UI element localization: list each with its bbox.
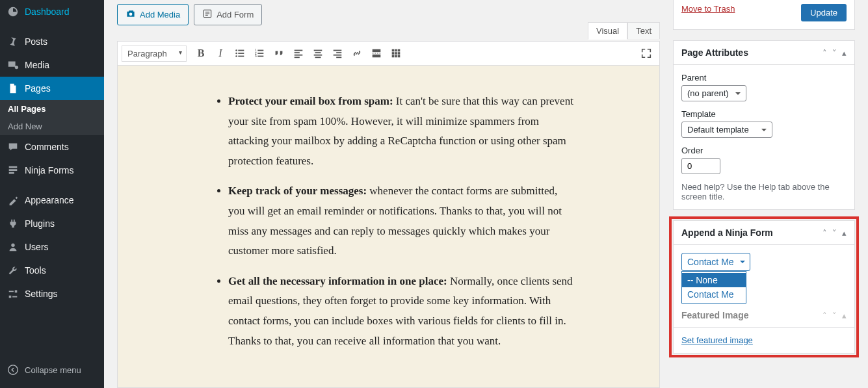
ninja-option-contact-me[interactable]: Contact Me [682,287,746,302]
svg-point-1 [11,244,14,247]
italic-button[interactable]: I [211,44,230,62]
pages-icon [7,82,20,95]
svg-rect-23 [315,52,321,53]
add-media-button[interactable]: Add Media [117,4,189,25]
users-icon [7,240,20,253]
tinymce-toolbar: Paragraph B I 123 [118,42,659,66]
editor-mode-tabs: Visual Text [588,22,660,39]
sidebar-item-pages[interactable]: Pages [0,77,104,100]
blockquote-button[interactable] [270,44,288,62]
tools-icon [7,264,20,277]
sidebar-item-label: Dashboard [25,6,70,17]
numbered-list-button[interactable]: 123 [250,44,269,62]
align-center-button[interactable] [309,44,327,62]
sidebar-item-label: Ninja Forms [25,165,73,175]
sidebar-sub-all-pages[interactable]: All Pages [0,100,104,118]
bullet-list-button[interactable] [231,44,249,62]
toggle-icon[interactable]: ▴ [842,228,847,238]
fullscreen-button[interactable] [637,44,655,62]
collapse-label: Collapse menu [25,365,81,375]
set-featured-image-link[interactable]: Set featured image [681,335,753,345]
appearance-icon [7,194,20,207]
order-input[interactable] [681,158,720,174]
svg-rect-33 [395,49,397,52]
parent-select[interactable]: (no parent) [681,85,746,101]
sidebar-item-users[interactable]: Users [0,235,104,259]
link-button[interactable] [348,44,366,62]
sidebar-sub-add-new[interactable]: Add New [0,118,104,135]
svg-rect-24 [314,55,322,56]
content-bullet: Keep track of your messages: whenever th… [228,181,575,261]
sidebar-item-label: Tools [25,265,46,276]
svg-rect-34 [398,49,401,52]
forms-icon [7,164,20,177]
chevron-down-icon[interactable]: ˅ [832,311,837,320]
sidebar-item-label: Users [25,242,49,252]
sidebar-item-label: Comments [25,142,69,152]
chevron-down-icon[interactable]: ˅ [832,228,837,238]
sidebar-item-ninja-forms[interactable]: Ninja Forms [0,159,104,182]
svg-point-6 [235,49,237,51]
format-select[interactable]: Paragraph [122,45,187,62]
svg-rect-11 [238,56,244,57]
sidebar-item-posts[interactable]: Posts [0,30,104,53]
pin-icon [7,35,20,48]
collapse-menu[interactable]: Collapse menu [0,358,104,382]
svg-point-4 [132,10,133,12]
chevron-up-icon[interactable]: ˄ [822,311,827,320]
chevron-down-icon[interactable]: ˅ [832,48,837,58]
read-more-button[interactable] [367,44,386,62]
svg-rect-28 [334,55,342,56]
sidebar-item-settings[interactable]: Settings [0,282,104,305]
toggle-icon[interactable]: ▴ [842,311,847,320]
ninja-option-none[interactable]: -- None [682,273,746,287]
sidebar-item-plugins[interactable]: Plugins [0,212,104,235]
ninja-form-select[interactable]: Contact Me [681,253,750,271]
plugin-icon [7,217,20,230]
featured-image-title: Featured Image [681,310,748,320]
metabox-title: Append a Ninja Form [681,227,773,238]
sidebar-item-tools[interactable]: Tools [0,259,104,282]
svg-rect-21 [295,57,300,58]
update-button[interactable]: Update [801,4,847,21]
svg-point-2 [8,365,18,374]
chevron-up-icon[interactable]: ˄ [822,228,827,238]
sidebar-item-dashboard[interactable]: Dashboard [0,0,104,23]
toggle-icon[interactable]: ▴ [842,48,847,58]
parent-label: Parent [681,73,847,83]
editor-content[interactable]: Protect your email box from spam: It can… [118,66,659,387]
ninja-form-select-wrap: Contact Me -- None Contact Me [681,253,750,271]
svg-rect-13 [257,50,263,51]
sidebar-item-comments[interactable]: Comments [0,135,104,159]
sidebar-item-media[interactable]: Media [0,53,104,77]
dashboard-icon [7,5,20,18]
align-right-button[interactable] [328,44,347,62]
svg-rect-29 [336,57,341,58]
sidebar-item-label: Settings [25,289,58,299]
svg-rect-35 [392,52,395,55]
tab-text[interactable]: Text [627,22,660,39]
svg-rect-18 [295,50,303,51]
template-select[interactable]: Default template [681,122,772,138]
bold-button[interactable]: B [192,44,210,62]
settings-icon [7,287,20,300]
svg-rect-15 [257,53,263,54]
align-left-button[interactable] [289,44,308,62]
svg-rect-36 [395,52,397,55]
tab-visual[interactable]: Visual [588,22,627,40]
sidebar-item-appearance[interactable]: Appearance [0,188,104,212]
sidebar-item-label: Pages [25,83,51,94]
metabox-title: Page Attributes [681,47,748,58]
sidebar-item-label: Posts [25,36,47,47]
order-label: Order [681,146,847,155]
svg-rect-30 [373,49,381,53]
form-icon [202,8,213,21]
add-form-button[interactable]: Add Form [194,4,262,25]
template-label: Template [681,109,847,119]
chevron-up-icon[interactable]: ˄ [822,48,827,58]
svg-point-8 [235,53,237,55]
side-column: Move to Trash Update Page Attributes ˄ ˅… [673,0,855,375]
toolbar-toggle-button[interactable] [387,44,405,62]
move-to-trash-link[interactable]: Move to Trash [681,4,735,14]
svg-rect-38 [392,55,395,58]
